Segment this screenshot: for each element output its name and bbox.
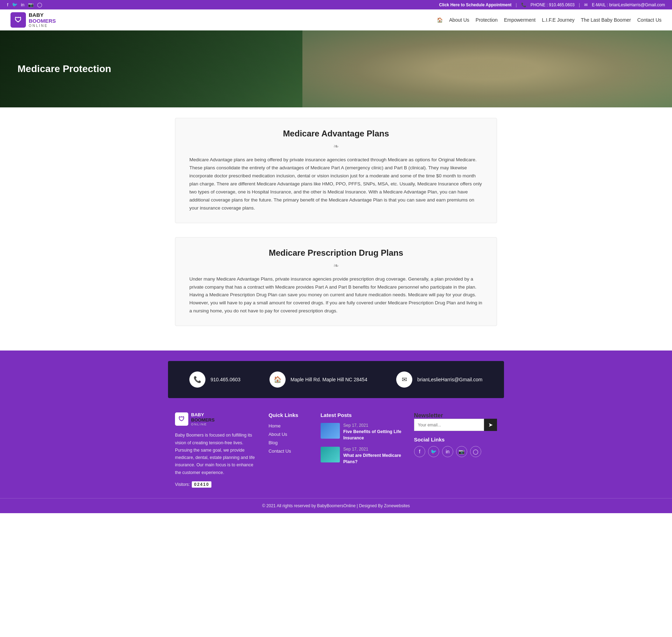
phone-circle-icon: 📞 (189, 371, 205, 388)
footer-brand2: BOOMERS (191, 417, 215, 423)
prescription-body: Under many Medicare Advantage Plans, pri… (189, 275, 483, 316)
home-circle-icon: 🏠 (270, 371, 286, 388)
footer-about-col: 🛡 BABY BOOMERS ONLINE Baby Boomers is fo… (175, 412, 258, 488)
social-icons-top[interactable]: f 🐦 in 📷 ◯ (7, 2, 42, 7)
logo-text: BABY BOOMERS ONLINE (29, 12, 56, 28)
quick-links-list: Home About Us Blog Contact Us (268, 423, 310, 454)
twitter-icon-footer[interactable]: 🐦 (428, 446, 439, 457)
phone-icon-top: 📞 (521, 2, 526, 7)
logo-icon: 🛡 (10, 12, 26, 28)
logo-brand1: BABY (29, 12, 56, 18)
top-bar: f 🐦 in 📷 ◯ Click Here to Schedule Appoin… (0, 0, 672, 9)
footer-grid: 🛡 BABY BOOMERS ONLINE Baby Boomers is fo… (168, 398, 504, 498)
social-links-section: Social Links f 🐦 in 📷 ◯ (414, 437, 497, 457)
newsletter-form: ➤ (414, 419, 497, 431)
advantage-card: Medicare Advantage Plans ❧ Medicare Adva… (175, 118, 497, 223)
site-footer: 🛡 BABY BOOMERS ONLINE Baby Boomers is fo… (0, 398, 672, 513)
prescription-card: Medicare Prescription Drug Plans ❧ Under… (175, 237, 497, 326)
email-icon-top: ✉ (584, 2, 588, 7)
divider-ornament-1: ❧ (189, 142, 483, 150)
footer-logo: 🛡 BABY BOOMERS ONLINE (175, 412, 258, 426)
footer-brand1: BABY (191, 412, 215, 417)
latest-posts-heading: Latest Posts (321, 412, 404, 418)
contact-strip: 📞 910.465.0603 🏠 Maple Hill Rd. Maple Hi… (168, 361, 504, 398)
nav-about[interactable]: About Us (449, 17, 469, 23)
contact-email-text: brianLeslieHarris@Gmail.com (417, 377, 482, 382)
prescription-title: Medicare Prescription Drug Plans (189, 248, 483, 258)
newsletter-heading: Newsletter (414, 412, 497, 419)
quick-links-heading: Quick Links (268, 412, 310, 418)
post-item: Sep 17, 2021 Five Benefits of Getting Li… (321, 423, 404, 441)
facebook-icon-top[interactable]: f (7, 2, 8, 7)
footer-brand3: ONLINE (191, 423, 215, 426)
quick-link-about[interactable]: About Us (268, 432, 287, 437)
facebook-icon-footer[interactable]: f (414, 446, 425, 457)
logo-brand3: ONLINE (29, 24, 56, 28)
post-date-2: Sep 17, 2021 (343, 447, 404, 452)
twitter-icon-top[interactable]: 🐦 (12, 2, 18, 7)
email-circle-icon: ✉ (396, 371, 412, 388)
footer-logo-icon: 🛡 (175, 412, 188, 426)
footer-logo-text: BABY BOOMERS ONLINE (191, 412, 215, 426)
nav-lastbaby[interactable]: The Last Baby Boomer (581, 17, 631, 23)
list-item: About Us (268, 431, 310, 437)
copyright-text: © 2021 All rights reserved by BabyBoomer… (262, 503, 410, 508)
visitors-row: Visitors: 02410 (175, 481, 258, 488)
advantage-title: Medicare Advantage Plans (189, 129, 483, 139)
site-header: 🛡 BABY BOOMERS ONLINE 🏠 About Us Protect… (0, 9, 672, 30)
quick-link-blog[interactable]: Blog (268, 440, 278, 445)
post-title-1[interactable]: Five Benefits of Getting Life Insurance (343, 429, 404, 441)
post-info-2: Sep 17, 2021 What are Different Medicare… (343, 447, 404, 465)
footer-latest-posts-col: Latest Posts Sep 17, 2021 Five Benefits … (321, 412, 404, 488)
nav-empowerment[interactable]: Empowerment (504, 17, 536, 23)
hero-image (302, 30, 672, 107)
instagram-icon-top[interactable]: 📷 (28, 2, 34, 7)
list-item: Home (268, 423, 310, 429)
main-nav: 🏠 About Us Protection Empowerment L.I.F.… (437, 17, 662, 23)
advantage-body: Medicare Advantage plans are being offer… (189, 156, 483, 212)
linkedin-icon-top[interactable]: in (21, 2, 24, 7)
schedule-link[interactable]: Click Here to Schedule Appointment (439, 2, 512, 7)
post-info-1: Sep 17, 2021 Five Benefits of Getting Li… (343, 423, 404, 441)
instagram-icon-footer[interactable]: 📷 (456, 446, 467, 457)
footer-quick-links-col: Quick Links Home About Us Blog Contact U… (268, 412, 310, 488)
visitors-count: 02410 (192, 481, 211, 488)
post-thumb-1 (321, 423, 340, 439)
nav-home[interactable]: 🏠 (437, 17, 443, 23)
footer-bottom: © 2021 All rights reserved by BabyBoomer… (0, 498, 672, 513)
main-content: Medicare Advantage Plans ❧ Medicare Adva… (168, 107, 504, 351)
list-item: Blog (268, 440, 310, 445)
circle-icon-footer[interactable]: ◯ (470, 446, 481, 457)
footer-description: Baby Boomers is focused on fulfilling it… (175, 432, 258, 476)
post-thumb-2 (321, 447, 340, 462)
visitors-label: Visitors: (175, 482, 190, 487)
quick-link-home[interactable]: Home (268, 423, 281, 429)
nav-life[interactable]: L.I.F.E Journey (542, 17, 574, 23)
newsletter-email-input[interactable] (414, 419, 484, 431)
hero-section: Medicare Protection (0, 30, 672, 107)
contact-phone: 📞 910.465.0603 (189, 371, 240, 388)
site-logo[interactable]: 🛡 BABY BOOMERS ONLINE (10, 12, 56, 28)
post-title-2[interactable]: What are Different Medicare Plans? (343, 453, 404, 465)
logo-brand2: BOOMERS (29, 18, 56, 24)
linkedin-icon-footer[interactable]: in (442, 446, 453, 457)
post-item: Sep 17, 2021 What are Different Medicare… (321, 447, 404, 465)
email-label: E-MAIL : brianLeslieHarris@Gmail.com (592, 2, 665, 7)
contact-phone-text: 910.465.0603 (210, 377, 240, 382)
circle-icon-top[interactable]: ◯ (37, 2, 42, 7)
footer-newsletter-col: Newsletter ➤ Social Links f 🐦 in 📷 ◯ (414, 412, 497, 488)
social-icons-footer: f 🐦 in 📷 ◯ (414, 446, 497, 457)
contact-email: ✉ brianLeslieHarris@Gmail.com (396, 371, 482, 388)
post-date-1: Sep 17, 2021 (343, 423, 404, 428)
contact-address-text: Maple Hill Rd. Maple Hill NC 28454 (290, 377, 367, 382)
divider-ornament-2: ❧ (189, 261, 483, 270)
nav-contact[interactable]: Contact Us (637, 17, 662, 23)
newsletter-submit-button[interactable]: ➤ (484, 419, 497, 431)
top-bar-right: Click Here to Schedule Appointment | 📞 P… (439, 2, 665, 7)
nav-protection[interactable]: Protection (476, 17, 498, 23)
hero-title: Medicare Protection (18, 63, 111, 75)
quick-link-contact[interactable]: Contact Us (268, 448, 291, 454)
phone-label: PHONE : 910.465.0603 (531, 2, 575, 7)
contact-address: 🏠 Maple Hill Rd. Maple Hill NC 28454 (270, 371, 367, 388)
list-item: Contact Us (268, 448, 310, 454)
